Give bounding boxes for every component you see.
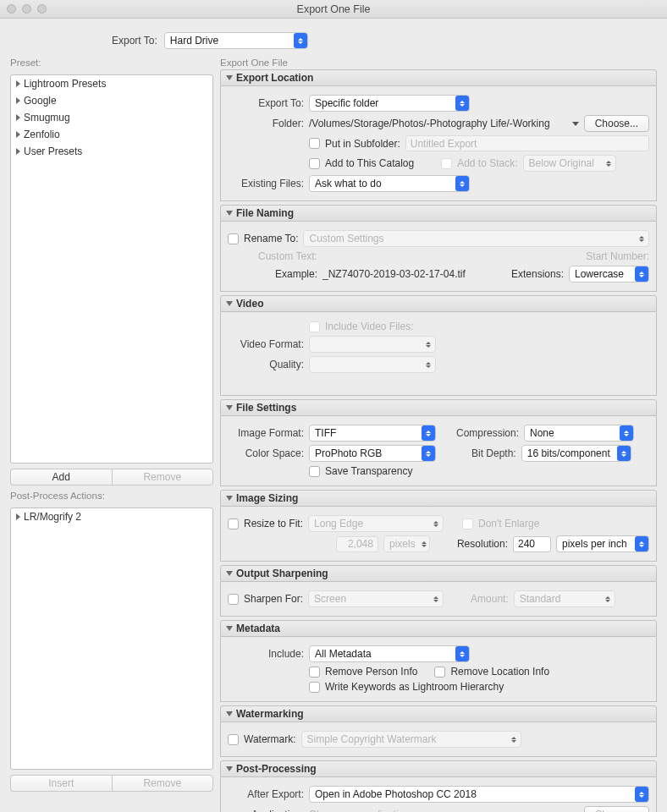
put-subfolder-checkbox[interactable] bbox=[309, 138, 320, 149]
chevron-up-down-icon bbox=[620, 425, 633, 441]
section-export-location[interactable]: Export Location bbox=[220, 69, 657, 86]
chevron-up-down-icon bbox=[422, 446, 435, 461]
rename-template-select[interactable]: Custom Settings bbox=[303, 230, 649, 247]
chevron-up-down-icon bbox=[429, 516, 443, 531]
add-to-catalog-checkbox[interactable] bbox=[309, 158, 320, 169]
resolution-input[interactable] bbox=[513, 536, 551, 552]
chevron-down-icon[interactable] bbox=[572, 122, 579, 126]
chevron-up-down-icon bbox=[617, 446, 631, 461]
location-export-to-select[interactable]: Specific folder bbox=[309, 95, 470, 112]
video-quality-select bbox=[309, 356, 436, 373]
disclosure-triangle-icon bbox=[226, 301, 233, 306]
compression-select[interactable]: None bbox=[524, 425, 634, 442]
preset-item[interactable]: Lightroom Presets bbox=[11, 75, 212, 92]
chevron-up-down-icon bbox=[635, 787, 648, 802]
disclosure-triangle-icon bbox=[226, 496, 233, 501]
section-watermarking[interactable]: Watermarking bbox=[220, 705, 657, 722]
chevron-up-down-icon bbox=[507, 732, 521, 747]
preset-item[interactable]: Zenfolio bbox=[11, 126, 212, 143]
subfolder-name-input[interactable] bbox=[405, 135, 649, 151]
colorspace-select[interactable]: ProPhoto RGB bbox=[309, 445, 436, 462]
action-item[interactable]: LR/Mogrify 2 bbox=[11, 508, 212, 525]
filename-example: _NZ74070-2019-03-02-17-04.tif bbox=[322, 268, 466, 280]
section-post-processing[interactable]: Post-Processing bbox=[220, 760, 657, 777]
save-transparency-checkbox[interactable] bbox=[309, 466, 320, 477]
section-file-settings[interactable]: File Settings bbox=[220, 399, 657, 416]
chevron-right-icon bbox=[16, 148, 20, 155]
chevron-right-icon bbox=[16, 97, 20, 104]
chevron-up-down-icon bbox=[601, 591, 615, 606]
action-insert-button[interactable]: Insert bbox=[10, 775, 112, 792]
disclosure-triangle-icon bbox=[226, 626, 233, 631]
right-panel-title: Export One File bbox=[220, 58, 657, 68]
preset-item[interactable]: Smugmug bbox=[11, 109, 212, 126]
disclosure-triangle-icon bbox=[226, 211, 233, 216]
action-remove-button[interactable]: Remove bbox=[112, 775, 214, 792]
chevron-up-down-icon bbox=[422, 357, 435, 372]
resize-mode-select: Long Edge bbox=[308, 515, 444, 532]
chevron-up-down-icon bbox=[422, 425, 435, 441]
chevron-right-icon bbox=[16, 513, 20, 520]
preset-add-button[interactable]: Add bbox=[10, 469, 112, 486]
sharpen-for-checkbox[interactable] bbox=[228, 594, 239, 605]
keywords-hierarchy-checkbox[interactable] bbox=[309, 682, 320, 693]
chevron-up-down-icon bbox=[455, 96, 469, 111]
dimension-input bbox=[336, 536, 378, 552]
disclosure-triangle-icon bbox=[226, 766, 233, 771]
preset-remove-button[interactable]: Remove bbox=[112, 469, 214, 486]
disclosure-triangle-icon bbox=[226, 571, 233, 576]
chevron-up-down-icon bbox=[635, 266, 648, 282]
post-actions-label: Post-Process Actions: bbox=[10, 491, 213, 501]
remove-person-checkbox[interactable] bbox=[309, 667, 320, 678]
disclosure-triangle-icon bbox=[226, 711, 233, 716]
resize-to-fit-checkbox[interactable] bbox=[228, 518, 239, 529]
watermark-select: Simple Copyright Watermark bbox=[301, 731, 521, 748]
image-format-select[interactable]: TIFF bbox=[309, 425, 436, 442]
section-video[interactable]: Video bbox=[220, 295, 657, 312]
section-metadata[interactable]: Metadata bbox=[220, 620, 657, 637]
add-to-stack-checkbox bbox=[441, 158, 452, 169]
video-format-select bbox=[309, 336, 436, 353]
chevron-up-down-icon bbox=[419, 536, 429, 551]
after-export-select[interactable]: Open in Adobe Photoshop CC 2018 bbox=[309, 786, 649, 803]
chevron-up-down-icon bbox=[429, 591, 443, 606]
sharpen-for-select: Screen bbox=[308, 590, 444, 607]
chevron-up-down-icon bbox=[455, 176, 469, 191]
titlebar: Export One File bbox=[0, 0, 667, 19]
post-actions-list[interactable]: LR/Mogrify 2 bbox=[10, 508, 213, 770]
folder-path-popup[interactable]: /Volumes/Storage/Photos/-Photography Lif… bbox=[309, 118, 550, 129]
rename-to-checkbox[interactable] bbox=[228, 233, 239, 244]
dont-enlarge-checkbox bbox=[462, 518, 473, 529]
window-title: Export One File bbox=[0, 3, 667, 15]
chevron-up-down-icon bbox=[294, 33, 307, 48]
preset-list[interactable]: Lightroom PresetsGoogleSmugmugZenfolioUs… bbox=[10, 74, 213, 464]
extension-case-select[interactable]: Lowercase bbox=[569, 266, 649, 283]
disclosure-triangle-icon bbox=[226, 405, 233, 410]
chevron-right-icon bbox=[16, 80, 20, 87]
chevron-up-down-icon bbox=[635, 231, 648, 246]
application-path: Choose an application... bbox=[309, 809, 567, 812]
chevron-up-down-icon bbox=[422, 337, 435, 352]
sharpen-amount-select: Standard bbox=[514, 590, 615, 607]
metadata-include-select[interactable]: All Metadata bbox=[309, 645, 470, 662]
section-image-sizing[interactable]: Image Sizing bbox=[220, 490, 657, 507]
chevron-up-down-icon bbox=[602, 156, 615, 171]
include-video-checkbox bbox=[309, 321, 320, 332]
dimension-unit-select: pixels bbox=[383, 535, 430, 552]
chevron-right-icon bbox=[16, 114, 20, 121]
preset-item[interactable]: User Presets bbox=[11, 143, 212, 160]
preset-item[interactable]: Google bbox=[11, 92, 212, 109]
application-choose-button: Choose... bbox=[584, 806, 649, 812]
remove-location-checkbox[interactable] bbox=[434, 667, 445, 678]
section-file-naming[interactable]: File Naming bbox=[220, 205, 657, 222]
chevron-up-down-icon bbox=[635, 536, 648, 551]
resolution-unit-select[interactable]: pixels per inch bbox=[556, 535, 649, 552]
section-output-sharpening[interactable]: Output Sharpening bbox=[220, 565, 657, 582]
existing-files-select[interactable]: Ask what to do bbox=[309, 175, 470, 192]
export-to-select[interactable]: Hard Drive bbox=[164, 32, 308, 49]
export-to-label: Export To: bbox=[112, 35, 157, 47]
watermark-checkbox[interactable] bbox=[228, 734, 239, 745]
bitdepth-select[interactable]: 16 bits/component bbox=[521, 445, 631, 462]
preset-label: Preset: bbox=[10, 58, 213, 68]
folder-choose-button[interactable]: Choose... bbox=[584, 115, 649, 132]
